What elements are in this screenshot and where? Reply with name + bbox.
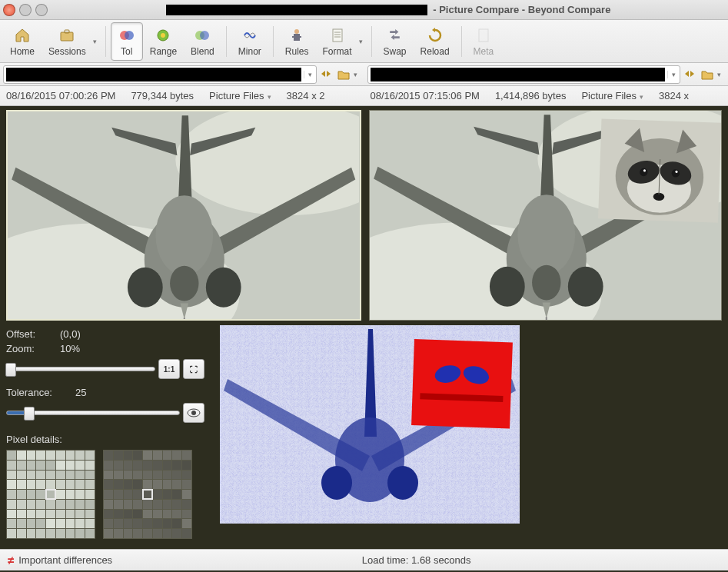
briefcase-icon	[58, 26, 76, 45]
picture-compare-pane	[0, 106, 728, 321]
separator	[371, 26, 372, 57]
app-title: - Picture Compare - Beyond Compare	[433, 4, 610, 15]
status-bar: ≠ Important differences Load time: 1.68 …	[0, 549, 728, 570]
zoom-actual-button[interactable]: 1:1	[158, 359, 180, 379]
window-title: - Picture Compare - Beyond Compare	[52, 4, 725, 16]
right-dimensions: 3824 x	[659, 90, 689, 101]
swap-icon	[386, 26, 404, 45]
svg-point-28	[170, 266, 198, 301]
range-button[interactable]: Range	[143, 22, 184, 61]
status-message: Important differences	[18, 554, 112, 566]
svg-point-60	[191, 411, 196, 415]
redacted-path	[371, 68, 666, 81]
tolerance-eye-button[interactable]	[183, 403, 204, 423]
right-size: 1,414,896 bytes	[495, 90, 567, 101]
home-button[interactable]: Home	[3, 22, 42, 61]
sessions-dropdown-icon[interactable]: ▾	[93, 38, 101, 45]
zoom-slider[interactable]	[6, 367, 155, 371]
tolerance-value: 25	[75, 387, 86, 398]
left-browse-button[interactable]	[337, 67, 352, 82]
right-path-input[interactable]: ▾	[367, 65, 681, 84]
home-label: Home	[10, 46, 35, 57]
left-history-button[interactable]	[318, 67, 334, 82]
meta-label: Meta	[474, 46, 494, 57]
right-browse-button[interactable]	[700, 67, 716, 82]
not-equal-icon: ≠	[8, 554, 14, 567]
meta-icon	[474, 26, 493, 45]
zoom-fit-button[interactable]: ⛶	[183, 359, 204, 379]
left-type-dropdown[interactable]: Picture Files	[209, 90, 271, 101]
right-picture[interactable]	[369, 110, 723, 321]
left-date: 08/16/2015 07:00:26 PM	[6, 90, 115, 101]
left-picture[interactable]	[6, 110, 361, 321]
swap-button[interactable]: Swap	[377, 22, 414, 61]
blend-label: Blend	[191, 46, 214, 57]
sessions-button[interactable]: Sessions	[42, 22, 93, 61]
svg-point-8	[294, 29, 299, 34]
pixel-details-label: Pixel details:	[6, 434, 204, 445]
right-path-cell: ▾ ▾	[364, 63, 729, 85]
blend-icon	[193, 26, 211, 45]
separator	[226, 26, 227, 57]
offset-value: (0,0)	[60, 328, 81, 340]
svg-point-40	[517, 195, 575, 274]
swap-label: Swap	[384, 46, 407, 57]
tolerance-button[interactable]: Tol	[111, 22, 143, 61]
right-file-info: 08/16/2015 07:15:06 PM 1,414,896 bytes P…	[364, 86, 729, 105]
separator	[273, 26, 274, 57]
right-pixel-grid	[103, 450, 192, 539]
chevron-down-icon[interactable]: ▾	[667, 71, 680, 78]
blend-button[interactable]: Blend	[184, 22, 221, 61]
svg-rect-0	[61, 32, 73, 41]
left-file-info: 08/16/2015 07:00:26 PM 779,344 bytes Pic…	[0, 86, 364, 105]
minor-button[interactable]: Minor	[231, 22, 268, 61]
tolerance-label: Tolerance:	[6, 387, 75, 398]
window-close-button[interactable]	[3, 4, 15, 16]
rules-button[interactable]: Rules	[278, 22, 316, 61]
format-label: Format	[323, 46, 352, 57]
rules-icon	[288, 26, 306, 45]
aircraft-with-raccoon-image	[370, 111, 721, 321]
svg-point-67	[321, 466, 352, 500]
svg-rect-15	[479, 29, 488, 42]
right-browse-dropdown-icon[interactable]: ▾	[717, 71, 725, 78]
chevron-down-icon[interactable]: ▾	[304, 71, 316, 78]
offset-label: Offset:	[6, 328, 60, 340]
separator	[105, 26, 106, 57]
right-date: 08/16/2015 07:15:06 PM	[371, 90, 480, 101]
format-dropdown-icon[interactable]: ▾	[359, 38, 367, 45]
rules-label: Rules	[285, 46, 309, 57]
redacted-path	[6, 68, 301, 81]
eye-icon	[187, 407, 201, 418]
window-maximize-button[interactable]	[35, 4, 48, 16]
svg-point-27	[206, 268, 241, 308]
minor-icon	[241, 26, 259, 45]
svg-point-25	[155, 195, 213, 275]
left-size: 779,344 bytes	[131, 90, 194, 101]
difference-image[interactable]	[220, 325, 520, 524]
window-minimize-button[interactable]	[19, 4, 32, 16]
zoom-label: Zoom:	[6, 343, 60, 354]
tolerance-slider[interactable]	[6, 411, 180, 415]
reload-icon	[426, 26, 444, 45]
svg-point-68	[387, 466, 418, 500]
reload-button[interactable]: Reload	[414, 22, 457, 61]
svg-rect-10	[292, 36, 301, 38]
right-type-dropdown[interactable]: Picture Files	[581, 90, 643, 101]
load-time: Load time: 1.68 seconds	[362, 554, 471, 566]
controls-panel: Offset: (0,0) Zoom: 10% 1:1 ⛶ Tolerance:…	[6, 325, 204, 544]
left-path-input[interactable]: ▾	[3, 65, 317, 84]
svg-point-41	[489, 267, 524, 307]
tolerance-label: Tol	[121, 46, 132, 57]
format-button[interactable]: Format	[316, 22, 359, 61]
left-browse-dropdown-icon[interactable]: ▾	[354, 71, 361, 78]
svg-point-5	[161, 33, 165, 38]
redacted-title	[166, 5, 427, 15]
svg-point-3	[125, 31, 134, 40]
left-path-cell: ▾ ▾	[0, 63, 364, 85]
right-history-button[interactable]	[682, 67, 697, 82]
range-icon	[154, 26, 172, 45]
difference-pane	[204, 325, 722, 544]
left-pixel-grid	[6, 450, 95, 539]
home-icon	[13, 26, 32, 45]
